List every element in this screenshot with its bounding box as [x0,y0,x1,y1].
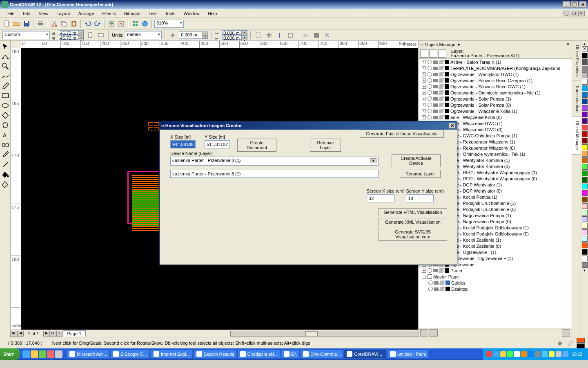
color-swatch[interactable] [582,249,588,255]
color-swatch[interactable] [582,138,588,144]
dynamic-guides-button[interactable] [323,31,332,40]
tab-transformation[interactable]: Transformation [572,81,581,117]
taskbar-task[interactable]: untitled - Paint [387,350,429,359]
visibility-icon[interactable] [428,66,432,70]
zoom-tool[interactable] [1,62,10,71]
color-swatch[interactable] [582,118,588,124]
expand-icon[interactable]: + [422,60,426,64]
tray-icon[interactable] [486,351,492,357]
horizontal-ruler[interactable]: 0501001502002503003504004505005506006507… [21,41,418,48]
layer-color-swatch[interactable] [445,103,449,107]
visibility-icon[interactable] [428,96,432,101]
new-master-layer-button[interactable] [430,329,438,337]
save-button[interactable] [22,19,31,28]
edit-icon[interactable] [439,268,444,273]
last-page-button[interactable]: ⏭ [50,331,56,337]
layer-color-swatch[interactable] [445,268,449,273]
expand-icon[interactable]: − [422,275,426,279]
color-swatch[interactable] [582,53,588,58]
polygon-tool[interactable] [1,121,10,130]
color-swatch[interactable] [582,197,588,202]
print-icon[interactable] [433,79,438,82]
ellipse-tool[interactable] [1,101,10,110]
snap-button[interactable] [254,31,263,40]
taskbar-task[interactable]: Microsoft Acti... [67,350,109,359]
layer-node[interactable]: +Parter [419,267,572,274]
edit-icon[interactable] [439,78,444,83]
paper-type-combo[interactable]: Custom [2,31,50,39]
text-tool[interactable]: A [1,130,10,139]
taskbar-task[interactable]: D:\e-Comm\e... [300,350,343,359]
units-combo[interactable]: meters [125,31,162,39]
visibility-icon[interactable] [428,90,432,95]
print-icon[interactable] [433,97,438,101]
taskbar-task[interactable]: C:\zdjęcia eH... [237,350,280,359]
layer-node[interactable]: +Ogrzewanie - Siłownik Recu Czerpnia (1) [419,77,572,83]
rectangle-tool[interactable] [1,91,10,100]
color-swatch[interactable] [582,59,588,65]
doc-restore-button[interactable]: ❐ [571,11,577,16]
edit-icon[interactable] [439,72,444,76]
menu-effects[interactable]: Effects [98,10,120,17]
screen-x-input[interactable] [367,194,394,202]
color-swatch[interactable] [582,262,588,268]
zoom-combo[interactable]: 310% [154,20,184,28]
layer-color-swatch[interactable] [445,115,449,119]
menu-tools[interactable]: Tools [161,10,180,17]
layer-manager-view-button[interactable] [438,49,446,58]
doc-minimize-button[interactable]: _ [564,11,570,16]
color-swatch[interactable] [582,256,588,261]
new-layer-button[interactable] [420,329,428,337]
color-swatch[interactable] [582,203,588,209]
master-page-node[interactable]: −Master Page [419,274,572,280]
layer-node[interactable]: +Ogrzewanie - Solar Pompa (1) [419,96,572,102]
print-icon[interactable] [433,269,438,272]
tray-icon[interactable] [507,351,513,357]
snap-to-guides-button[interactable] [275,31,284,40]
generate-xml-button[interactable]: Generate XML Visualisation [379,218,447,226]
interactive-fill-tool[interactable] [1,180,10,188]
ql-icon[interactable] [31,350,38,358]
print-icon[interactable] [433,67,438,70]
color-swatch[interactable] [582,164,588,170]
color-swatch[interactable] [582,177,588,183]
layer-color-swatch[interactable] [445,90,449,95]
menu-edit[interactable]: Edit [19,10,35,17]
color-swatch[interactable] [582,216,588,222]
tray-icon[interactable] [549,351,555,357]
tray-icon[interactable] [493,351,499,357]
expand-icon[interactable]: + [422,79,426,83]
color-swatch[interactable] [582,171,588,176]
layer-node[interactable]: Desktop [419,286,572,292]
print-button[interactable] [36,19,45,28]
visibility-icon[interactable] [428,78,432,83]
menu-layout[interactable]: Layout [52,10,74,17]
dialog-close-button[interactable]: ✕ [449,123,455,128]
color-swatch[interactable] [582,112,588,117]
color-swatch[interactable] [582,229,588,235]
edit-across-layers-button[interactable] [429,49,437,58]
dup-y-field[interactable]: 0.006 m▴▾ [222,35,247,40]
color-swatch[interactable] [582,223,588,229]
expand-icon[interactable]: + [422,66,426,70]
fill-swatch[interactable] [577,338,585,343]
color-swatch[interactable] [582,151,588,157]
color-swatch[interactable] [582,242,588,248]
layer-node[interactable]: +Ogrzewanie - Włączenie Kotła (1) [419,108,572,114]
page-height-field[interactable]: 45.72 m▴▾ [59,35,84,40]
tray-icon[interactable] [521,351,527,357]
tray-icon[interactable] [500,351,506,357]
screen-y-input[interactable] [406,194,434,202]
ql-icon[interactable] [47,350,54,358]
layer-color-swatch[interactable] [445,60,449,64]
print-icon[interactable] [433,110,438,113]
edit-icon[interactable] [439,280,445,285]
generate-fast-button[interactable]: Generate Fast eHouse Visualisation [360,130,444,138]
color-swatch[interactable] [582,210,588,215]
taskbar-task[interactable]: Internet Expl... [151,350,193,359]
tab-object-manager[interactable]: Object Manager [572,117,581,155]
app-launcher-button[interactable] [131,19,140,28]
tray-icon[interactable] [563,351,568,357]
device-name-input[interactable] [170,170,379,178]
visibility-icon[interactable] [428,109,432,113]
